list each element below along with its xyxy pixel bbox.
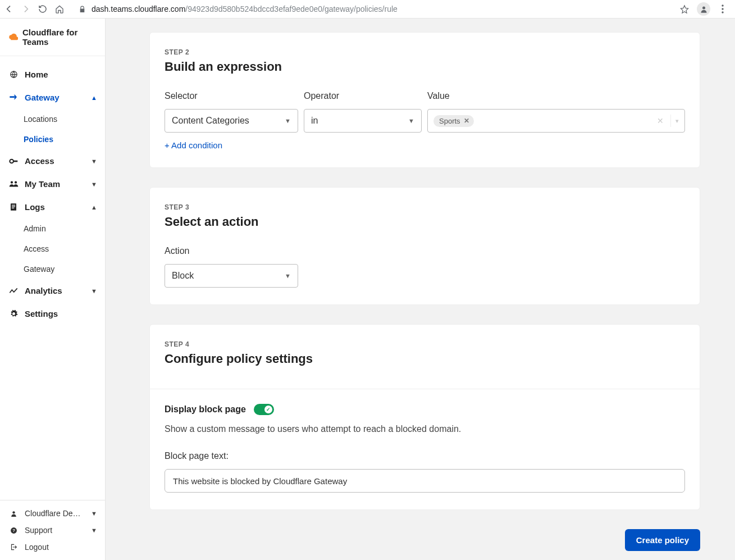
team-icon — [8, 180, 19, 188]
operator-field: Operator in ▼ — [304, 91, 422, 133]
analytics-icon — [8, 288, 19, 294]
forward-icon[interactable] — [21, 4, 30, 13]
address-bar[interactable]: dash.teams.cloudflare.com/94923d9d580b52… — [71, 4, 673, 13]
step2-label: STEP 2 — [165, 48, 685, 56]
browser-toolbar: dash.teams.cloudflare.com/94923d9d580b52… — [0, 0, 735, 19]
sidebar-item-label: Settings — [25, 309, 58, 318]
value-multiselect[interactable]: Sports ✕ ✕ ▾ — [427, 109, 685, 133]
action-label: Action — [165, 246, 298, 256]
sidebar-sub-admin[interactable]: Admin — [0, 218, 105, 239]
step4-title: Configure policy settings — [165, 352, 685, 366]
access-icon — [8, 157, 19, 165]
svg-rect-10 — [12, 205, 15, 206]
sidebar-item-label: My Team — [25, 179, 60, 189]
sidebar-item-logs[interactable]: Logs ▲ — [0, 195, 105, 218]
tag-remove-icon[interactable]: ✕ — [464, 117, 469, 125]
sidebar-item-label: Home — [25, 70, 48, 79]
sidebar-item-analytics[interactable]: Analytics ▼ — [0, 279, 105, 302]
sidebar-brand[interactable]: Cloudflare for Teams — [0, 19, 105, 56]
chevron-down-icon: ▼ — [285, 272, 291, 279]
block-text-label: Block page text: — [165, 451, 685, 461]
display-block-page-toggle[interactable] — [254, 404, 274, 415]
sidebar-sub-locations[interactable]: Locations — [0, 109, 105, 129]
operator-label: Operator — [304, 91, 422, 101]
toggle-description: Show a custom message to users who attem… — [165, 424, 685, 434]
home-icon[interactable] — [55, 4, 64, 13]
step3-title: Select an action — [165, 215, 685, 229]
footer-logout[interactable]: Logout — [0, 539, 105, 556]
sidebar-item-gateway[interactable]: Gateway ▲ — [0, 86, 105, 109]
footer-support[interactable]: ? Support ▼ — [0, 522, 105, 539]
chevron-down-icon: ▼ — [91, 158, 97, 165]
chevron-down-icon: ▼ — [91, 181, 97, 188]
block-page-text-input[interactable] — [165, 469, 685, 493]
svg-rect-11 — [12, 206, 15, 207]
sidebar-item-myteam[interactable]: My Team ▼ — [0, 172, 105, 195]
footer-account-label: Cloudflare Demo d… — [25, 509, 86, 518]
sidebar-item-access[interactable]: Access ▼ — [0, 149, 105, 172]
sidebar-item-home[interactable]: Home — [0, 63, 105, 86]
operator-select[interactable]: in ▼ — [304, 109, 422, 133]
svg-rect-6 — [13, 160, 17, 162]
svg-text:?: ? — [12, 528, 15, 533]
step3-card: STEP 3 Select an action Action Block ▼ — [149, 187, 700, 305]
selector-field: Selector Content Categories ▼ — [165, 91, 298, 133]
chevron-down-icon: ▼ — [91, 527, 97, 534]
action-field: Action Block ▼ — [165, 246, 298, 288]
main-content: STEP 2 Build an expression Selector Cont… — [106, 19, 735, 560]
step4-card: STEP 4 Configure policy settings Display… — [149, 324, 700, 510]
svg-point-1 — [722, 4, 723, 6]
url-text: dash.teams.cloudflare.com/94923d9d580b52… — [92, 4, 398, 13]
svg-rect-12 — [12, 208, 14, 208]
create-policy-button[interactable]: Create policy — [625, 529, 700, 551]
sidebar-sub-policies[interactable]: Policies — [0, 129, 105, 149]
sidebar-sub-logs-access[interactable]: Access — [0, 239, 105, 259]
step2-card: STEP 2 Build an expression Selector Cont… — [149, 32, 700, 168]
browser-nav-icons — [4, 4, 64, 13]
action-value: Block — [172, 271, 194, 281]
gateway-icon — [8, 94, 19, 102]
chevron-down-icon: ▼ — [285, 117, 291, 124]
help-icon: ? — [8, 527, 19, 534]
profile-icon[interactable] — [697, 2, 710, 16]
clear-icon[interactable]: ✕ — [657, 116, 666, 125]
kebab-icon[interactable] — [718, 4, 727, 13]
sidebar: Cloudflare for Teams Home Gateway ▲ Loca… — [0, 19, 106, 560]
brand-label: Cloudflare for Teams — [22, 28, 97, 47]
step2-title: Build an expression — [165, 60, 685, 74]
chevron-up-icon: ▲ — [91, 204, 97, 211]
add-condition-link[interactable]: + Add condition — [165, 140, 222, 150]
sidebar-sub-logs-gateway[interactable]: Gateway — [0, 259, 105, 279]
toggle-knob — [264, 406, 272, 413]
sidebar-item-label: Logs — [25, 202, 45, 212]
value-label: Value — [427, 91, 685, 101]
chevron-down-icon: ▼ — [408, 117, 414, 124]
selector-value: Content Categories — [172, 116, 249, 126]
sidebar-item-settings[interactable]: Settings — [0, 302, 105, 325]
chevron-down-icon[interactable]: ▾ — [675, 117, 679, 125]
toggle-label: Display block page — [165, 404, 246, 415]
cloudflare-logo-icon — [8, 33, 18, 41]
back-icon[interactable] — [4, 4, 13, 13]
lock-icon — [79, 6, 86, 13]
footer-support-label: Support — [25, 526, 52, 535]
reload-icon[interactable] — [38, 4, 47, 13]
star-icon[interactable] — [680, 4, 689, 13]
sidebar-nav: Home Gateway ▲ Locations Policies Access… — [0, 56, 105, 500]
globe-icon — [8, 70, 19, 79]
step4-label: STEP 4 — [165, 340, 685, 348]
settings-body: Display block page Show a custom message… — [150, 389, 700, 493]
divider — [670, 115, 671, 127]
value-tag: Sports ✕ — [433, 115, 474, 127]
action-select[interactable]: Block ▼ — [165, 264, 298, 288]
footer-account[interactable]: Cloudflare Demo d… ▼ — [0, 505, 105, 522]
expression-row: Selector Content Categories ▼ Operator i… — [165, 91, 685, 133]
svg-point-13 — [12, 511, 15, 513]
block-page-toggle-row: Display block page — [165, 404, 685, 415]
selector-select[interactable]: Content Categories ▼ — [165, 109, 298, 133]
logout-icon — [8, 543, 19, 551]
gear-icon — [8, 309, 19, 318]
operator-value: in — [311, 116, 318, 126]
svg-point-7 — [10, 181, 12, 184]
svg-point-5 — [10, 159, 13, 163]
